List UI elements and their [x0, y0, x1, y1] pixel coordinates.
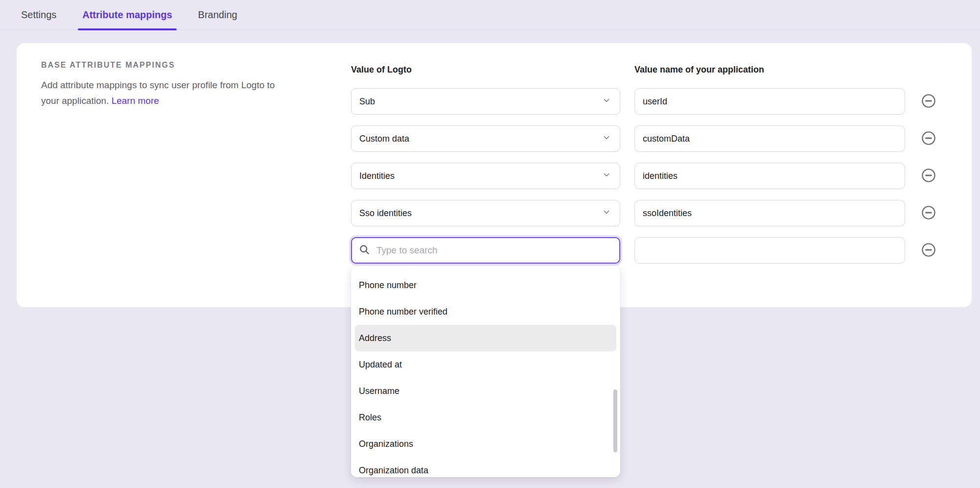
remove-mapping-button[interactable] — [921, 206, 936, 220]
chevron-down-icon — [602, 208, 611, 219]
tab-attribute-mappings[interactable]: Attribute mappings — [82, 0, 172, 29]
remove-mapping-button[interactable] — [921, 243, 936, 258]
column-header-logto-value: Value of Logto — [351, 65, 412, 75]
minus-circle-icon — [921, 168, 936, 184]
minus-circle-icon — [921, 205, 936, 221]
dropdown-item[interactable]: Username — [355, 378, 616, 404]
minus-circle-icon — [921, 131, 936, 147]
mapping-row: Sub — [351, 88, 936, 115]
search-input-box[interactable] — [351, 237, 620, 264]
attribute-dropdown: Phone number Phone number verified Addre… — [351, 266, 620, 477]
search-icon — [359, 244, 370, 257]
section-title: BASE ATTRIBUTE MAPPINGS — [41, 61, 280, 70]
dropdown-scrollbar-thumb[interactable] — [613, 390, 617, 452]
logto-value-select-label: Custom data — [359, 134, 409, 144]
app-value-input[interactable] — [634, 237, 905, 264]
app-value-input[interactable] — [634, 200, 905, 226]
app-value-input[interactable] — [634, 125, 905, 152]
tab-bar: Settings Attribute mappings Branding — [0, 0, 980, 30]
tab-branding[interactable]: Branding — [198, 0, 237, 29]
minus-circle-icon — [921, 243, 936, 259]
mapping-row: Sso identities — [351, 200, 936, 226]
base-attribute-mappings-card: BASE ATTRIBUTE MAPPINGS Add attribute ma… — [17, 43, 972, 307]
logto-value-select[interactable]: Sub — [351, 88, 620, 115]
dropdown-item[interactable]: Phone number verified — [355, 298, 616, 325]
dropdown-item[interactable]: Phone number — [355, 272, 616, 298]
remove-mapping-button[interactable] — [921, 94, 936, 109]
tab-settings[interactable]: Settings — [21, 0, 56, 29]
chevron-down-icon — [602, 96, 611, 107]
logto-value-select[interactable]: Identities — [351, 163, 620, 189]
mapping-row: Custom data — [351, 125, 936, 152]
app-value-input[interactable] — [634, 88, 905, 115]
search-input[interactable] — [376, 245, 612, 256]
logto-value-select-label: Sub — [359, 97, 375, 107]
dropdown-item[interactable]: Updated at — [355, 351, 616, 378]
mapping-rows: Sub Custom data — [351, 88, 936, 274]
logto-value-select[interactable]: Custom data — [351, 125, 620, 152]
chevron-down-icon — [602, 171, 611, 182]
mapping-row-new — [351, 237, 936, 264]
dropdown-item[interactable]: Roles — [355, 404, 616, 431]
dropdown-item[interactable]: Organizations — [355, 431, 616, 457]
column-header-app-value: Value name of your application — [634, 65, 764, 75]
learn-more-link[interactable]: Learn more — [112, 96, 159, 106]
logto-value-select-label: Sso identities — [359, 208, 412, 219]
remove-mapping-button[interactable] — [921, 131, 936, 146]
minus-circle-icon — [921, 94, 936, 110]
mapping-row: Identities — [351, 163, 936, 189]
logto-value-select-label: Identities — [359, 171, 395, 181]
section-info: BASE ATTRIBUTE MAPPINGS Add attribute ma… — [41, 61, 280, 109]
logto-value-select[interactable]: Sso identities — [351, 200, 620, 226]
remove-mapping-button[interactable] — [921, 169, 936, 183]
dropdown-item[interactable]: Address — [355, 325, 616, 351]
section-description: Add attribute mappings to sync user prof… — [41, 77, 280, 109]
chevron-down-icon — [602, 133, 611, 145]
app-value-input[interactable] — [634, 163, 905, 189]
dropdown-item[interactable]: Organization data — [355, 457, 616, 477]
